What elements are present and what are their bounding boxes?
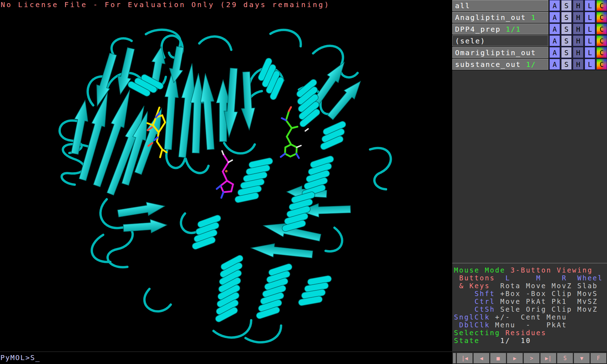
viewport-3d[interactable]: No License File - For Evaluation Only (2… [0,0,452,364]
object-name-substance_out[interactable]: substance_out 1/ [452,59,548,70]
action-button[interactable]: A [549,47,560,58]
fullscreen-button[interactable]: F [591,353,606,363]
text-segment: Residues [500,329,547,337]
mouse-mode-line[interactable]: Mouse Mode 3-Button Viewing [454,266,607,274]
snglclk-row: SnglClk +/- Cent Menu [454,313,607,321]
object-label: all [455,1,470,10]
label-button[interactable]: L [585,47,595,58]
color-button[interactable]: C [596,35,607,46]
text-segment: DblClk [454,321,490,329]
action-button[interactable]: A [549,35,560,46]
show-button[interactable]: S [561,35,572,46]
step-back-button[interactable]: ◀ [474,353,489,363]
hide-button[interactable]: H [573,59,584,70]
state-badge: 1/ [521,60,536,69]
hide-button[interactable]: H [573,47,584,58]
action-button[interactable]: A [549,23,560,35]
text-segment: 1/ 10 [480,337,531,344]
object-label: DPP4_prep [455,25,501,33]
object-name-sele[interactable]: (sele) [452,35,548,46]
color-button[interactable]: C [596,0,607,11]
command-input: S [30,353,35,362]
buttons-header-line: Buttons L M R Wheel [454,274,607,282]
action-button[interactable]: A [549,0,560,11]
label-button[interactable]: L [585,59,595,70]
text-segment: Sele Orig Clip MovZ [495,305,598,313]
command-prompt: PyMOL> [0,353,30,362]
show-button[interactable]: S [561,0,572,11]
color-button[interactable]: C [596,23,607,35]
show-button[interactable]: S [561,47,572,58]
rewind-button[interactable]: |◀ [457,353,473,363]
protein-structure [0,0,452,352]
text-segment: State [454,337,480,344]
fast-forward-button[interactable]: ▶| [540,353,556,363]
license-banner: No License File - For Evaluation Only (2… [1,0,330,9]
fast-forward-icon: ▶| [545,355,551,362]
playback-controls: |◀◀■▶>▶|S▼F [452,352,607,364]
menu-button[interactable]: ▼ [574,353,590,363]
text-segment: +Box -Box Clip MovS [495,290,598,297]
stop-button[interactable]: ■ [490,353,506,363]
object-row: substance_out 1/ASHLC [452,59,607,70]
selecting-mode-line[interactable]: Selecting Residues [454,329,607,337]
fullscreen-icon: F [597,355,600,362]
mouse-panel: Mouse Mode 3-Button Viewing Buttons L M … [452,263,607,352]
object-name-all[interactable]: all [452,0,548,11]
step-forward-icon: > [530,355,533,362]
text-segment: Rota Move MovZ Slab [495,282,598,290]
action-button[interactable]: A [549,12,560,23]
ctsh-row: CtSh Sele Orig Clip MovZ [454,305,607,313]
show-button[interactable]: S [561,59,572,70]
pymol-window: No License File - For Evaluation Only (2… [0,0,607,364]
scene-icon: S [563,355,566,362]
object-name-anagliptin_out[interactable]: Anagliptin_out 1 [452,12,548,23]
ligand-magenta-sticks [217,151,233,198]
object-row: Anagliptin_out 1ASHLC [452,12,607,23]
resize-handle[interactable] [453,353,456,363]
play-button[interactable]: ▶ [507,353,523,363]
rewind-icon: |◀ [461,355,468,362]
hide-button[interactable]: H [573,0,584,11]
label-button[interactable]: L [585,23,595,35]
state-indicator-line[interactable]: State 1/ 10 [454,337,607,344]
dblclk-row: DblClk Menu - PkAt [454,321,607,329]
hide-button[interactable]: H [573,12,584,23]
show-button[interactable]: S [561,12,572,23]
text-segment: & Keys [454,282,495,290]
text-segment: Menu - PkAt [490,321,567,329]
object-row: Omarigliptin_outASHLC [452,47,607,58]
stop-icon: ■ [496,355,500,362]
hide-button[interactable]: H [573,35,584,46]
color-button[interactable]: C [596,59,607,70]
label-button[interactable]: L [585,12,595,23]
state-badge: 1 [526,13,536,22]
text-segment: SnglClk [454,313,490,321]
control-sidebar: allASHLCAnagliptin_out 1ASHLCDPP4_prep 1… [452,0,607,364]
show-button[interactable]: S [561,23,572,35]
color-button[interactable]: C [596,47,607,58]
object-row: allASHLC [452,0,607,11]
scene-button[interactable]: S [557,353,573,363]
alpha-helices [125,55,348,325]
state-badge: 1/1 [501,25,521,33]
object-label: Anagliptin_out [455,13,526,22]
label-button[interactable]: L [585,35,595,46]
text-segment: Buttons [454,274,500,282]
ctrl-row: Ctrl Move PkAt Pk1 MvSZ [454,297,607,305]
object-name-omarigliptin_out[interactable]: Omarigliptin_out [452,47,548,58]
object-label: (sele) [455,37,485,45]
hide-button[interactable]: H [573,23,584,35]
color-button[interactable]: C [596,12,607,23]
play-icon: ▶ [513,355,516,362]
object-panel: allASHLCAnagliptin_out 1ASHLCDPP4_prep 1… [452,0,607,70]
object-name-dpp4_prep[interactable]: DPP4_prep 1/1 [452,23,548,35]
text-segment: Selecting [454,329,500,337]
text-segment: L M R Wheel [500,274,603,282]
step-forward-button[interactable]: > [524,353,539,363]
command-line[interactable]: PyMOL>S_ [0,352,452,364]
text-segment: +/- Cent Menu [490,313,567,321]
menu-icon: ▼ [580,355,583,362]
action-button[interactable]: A [549,59,560,70]
label-button[interactable]: L [585,0,595,11]
